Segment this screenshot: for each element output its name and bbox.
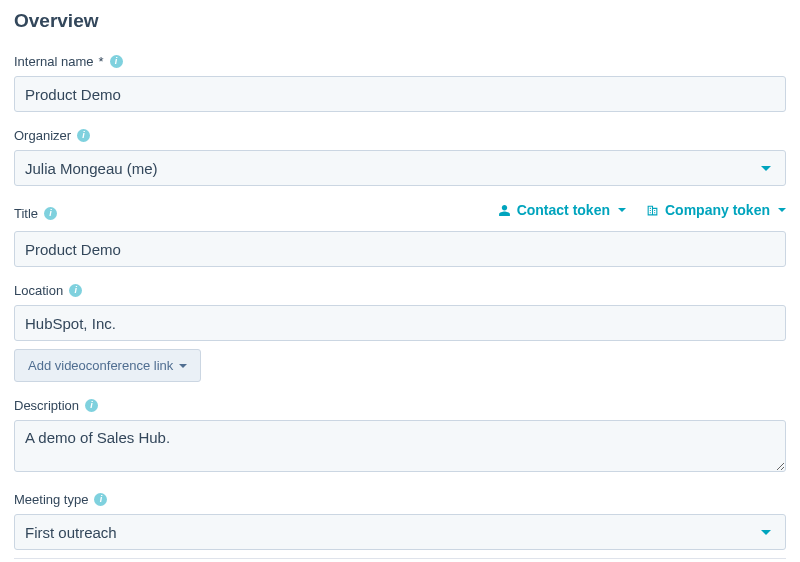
location-label-text: Location — [14, 283, 63, 298]
info-icon[interactable]: i — [110, 55, 123, 68]
overview-form: Overview Internal name * i Organizer i J… — [0, 0, 800, 562]
page-title: Overview — [14, 10, 786, 32]
chevron-down-icon — [179, 364, 187, 368]
chevron-down-icon — [761, 530, 771, 535]
meeting-type-label-text: Meeting type — [14, 492, 88, 507]
contact-token-button[interactable]: Contact token — [498, 202, 626, 218]
chevron-down-icon — [618, 208, 626, 212]
internal-name-label: Internal name * i — [14, 54, 786, 69]
field-location: Location i Add videoconference link — [14, 283, 786, 382]
add-videoconference-label: Add videoconference link — [28, 358, 173, 373]
internal-name-label-text: Internal name — [14, 54, 94, 69]
organizer-selected-value: Julia Mongeau (me) — [25, 160, 158, 177]
description-label-text: Description — [14, 398, 79, 413]
description-textarea[interactable]: A demo of Sales Hub. — [14, 420, 786, 472]
organizer-select[interactable]: Julia Mongeau (me) — [14, 150, 786, 186]
location-label: Location i — [14, 283, 786, 298]
organizer-label-text: Organizer — [14, 128, 71, 143]
meeting-type-label: Meeting type i — [14, 492, 786, 507]
field-title: Title i Contact token Company token — [14, 202, 786, 267]
title-row: Title i Contact token Company token — [14, 202, 786, 224]
info-icon[interactable]: i — [85, 399, 98, 412]
description-label: Description i — [14, 398, 786, 413]
chevron-down-icon — [778, 208, 786, 212]
field-organizer: Organizer i Julia Mongeau (me) — [14, 128, 786, 186]
field-internal-name: Internal name * i — [14, 54, 786, 112]
internal-name-input[interactable] — [14, 76, 786, 112]
meeting-type-select[interactable]: First outreach — [14, 514, 786, 550]
title-label-text: Title — [14, 206, 38, 221]
field-description: Description i A demo of Sales Hub. — [14, 398, 786, 476]
token-buttons-row: Contact token Company token — [498, 202, 786, 218]
info-icon[interactable]: i — [94, 493, 107, 506]
contact-token-label: Contact token — [517, 202, 610, 218]
title-input[interactable] — [14, 231, 786, 267]
add-videoconference-button[interactable]: Add videoconference link — [14, 349, 201, 382]
location-input[interactable] — [14, 305, 786, 341]
company-token-label: Company token — [665, 202, 770, 218]
company-token-button[interactable]: Company token — [646, 202, 786, 218]
required-mark: * — [99, 54, 104, 69]
contact-icon — [498, 204, 511, 217]
info-icon[interactable]: i — [44, 207, 57, 220]
field-meeting-type: Meeting type i First outreach — [14, 492, 786, 550]
info-icon[interactable]: i — [69, 284, 82, 297]
organizer-label: Organizer i — [14, 128, 786, 143]
title-label: Title i — [14, 206, 57, 221]
company-icon — [646, 204, 659, 217]
divider — [14, 558, 786, 559]
meeting-type-selected-value: First outreach — [25, 524, 117, 541]
chevron-down-icon — [761, 166, 771, 171]
info-icon[interactable]: i — [77, 129, 90, 142]
